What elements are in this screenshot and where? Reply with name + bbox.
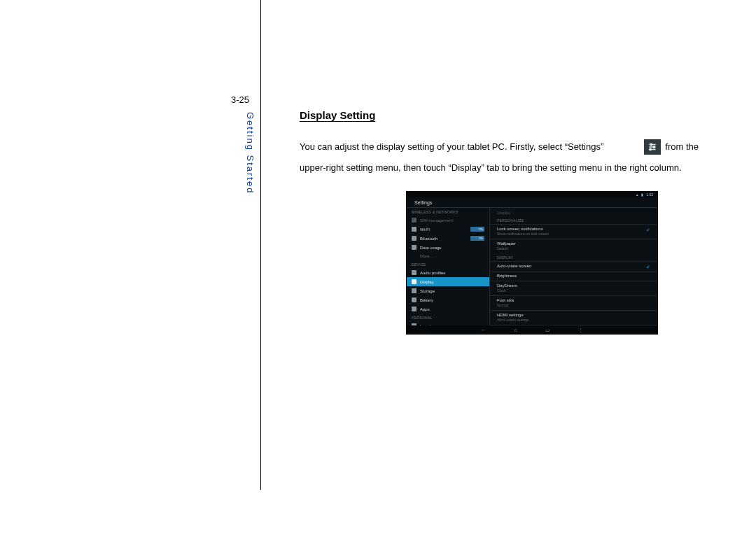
- item-brightness[interactable]: Brightness: [490, 271, 657, 281]
- heading-display-setting: Display Setting: [300, 109, 375, 121]
- body-line1-left: You can adjust the display setting of yo…: [300, 136, 603, 157]
- item-lock-screen-notifications[interactable]: Lock screen notifications Show notificat…: [490, 224, 657, 239]
- check-icon: ✓: [646, 265, 650, 270]
- item-daydream[interactable]: DayDream Clock: [490, 281, 657, 295]
- page-number: 3-25: [231, 94, 249, 105]
- svg-point-1: [650, 143, 652, 145]
- display-icon: [412, 279, 416, 284]
- body-line1-right: from the: [665, 136, 699, 157]
- sim-icon: [412, 218, 416, 223]
- sidebar-item-location[interactable]: Location access: [407, 321, 489, 325]
- sidebar-category-device: DEVICE: [407, 260, 489, 268]
- wifi-toggle[interactable]: ON: [470, 227, 484, 232]
- body-line2: upper-right setting menu, then touch “Di…: [300, 157, 699, 178]
- overflow-icon[interactable]: ⋮: [578, 328, 583, 333]
- settings-detail-pane: Display PERSONALIZE Lock screen notifica…: [490, 208, 657, 325]
- item-sleep[interactable]: Sleep After 2 minutes of inactivity: [490, 325, 657, 325]
- audio-icon: [412, 270, 416, 275]
- page-spine: [260, 0, 261, 490]
- apps-icon: [412, 307, 416, 311]
- detail-category-personalize: PERSONALIZE: [490, 216, 657, 224]
- wifi-icon: [412, 227, 416, 232]
- android-nav-bar: ← ⌂ ▭ ⋮: [407, 325, 657, 335]
- section-label-getting-started: Getting Started: [245, 112, 255, 194]
- data-usage-icon: [412, 245, 416, 250]
- sidebar-item-apps[interactable]: Apps: [407, 304, 489, 314]
- item-font-size[interactable]: Font size Normal: [490, 295, 657, 310]
- sidebar-item-bluetooth[interactable]: BluetoothON: [407, 234, 489, 243]
- settings-sidebar: WIRELESS & NETWORKS SIM management Wi-Fi…: [407, 208, 490, 325]
- storage-icon: [412, 288, 416, 293]
- home-icon[interactable]: ⌂: [514, 328, 517, 332]
- svg-point-3: [653, 146, 654, 148]
- status-bar: ▴ ▮ 1:02: [407, 192, 657, 197]
- detail-heading-display: Display: [490, 208, 657, 216]
- bluetooth-icon: [412, 236, 416, 241]
- settings-title-bar: Settings: [407, 197, 657, 208]
- body-text: You can adjust the display setting of yo…: [300, 136, 699, 178]
- sidebar-item-more[interactable]: More...: [407, 252, 489, 260]
- recent-apps-icon[interactable]: ▭: [545, 328, 550, 333]
- item-wallpaper[interactable]: Wallpaper Default: [490, 239, 657, 253]
- wifi-icon: ▴: [636, 192, 638, 197]
- sidebar-item-audio[interactable]: Audio profiles: [407, 268, 489, 277]
- sidebar-category-wireless: WIRELESS & NETWORKS: [407, 208, 489, 216]
- location-icon: [412, 323, 416, 325]
- sidebar-item-display[interactable]: Display: [407, 277, 489, 286]
- sidebar-item-data-usage[interactable]: Data usage: [407, 243, 489, 252]
- detail-category-display: DISPLAY: [490, 253, 657, 261]
- back-icon[interactable]: ←: [481, 328, 486, 332]
- sidebar-item-wifi[interactable]: Wi-FiON: [407, 225, 489, 234]
- svg-point-5: [650, 148, 651, 150]
- sidebar-item-sim[interactable]: SIM management: [407, 216, 489, 225]
- sliders-icon: [644, 139, 661, 155]
- settings-title: Settings: [414, 200, 432, 205]
- sidebar-category-personal: PERSONAL: [407, 314, 489, 321]
- check-icon: ✓: [646, 227, 650, 233]
- sidebar-item-battery[interactable]: Battery: [407, 295, 489, 304]
- item-hdmi-settings[interactable]: HDMI settings Hdmi output settings: [490, 310, 657, 325]
- battery-icon: [412, 297, 416, 302]
- bluetooth-toggle[interactable]: ON: [470, 236, 484, 241]
- tablet-settings-screenshot: ▴ ▮ 1:02 Settings WIRELESS & NETWORKS SI…: [406, 191, 658, 335]
- status-time: 1:02: [646, 192, 653, 197]
- item-auto-rotate[interactable]: Auto-rotate screen ✓: [490, 261, 657, 271]
- sidebar-item-storage[interactable]: Storage: [407, 286, 489, 295]
- battery-icon: ▮: [641, 192, 643, 197]
